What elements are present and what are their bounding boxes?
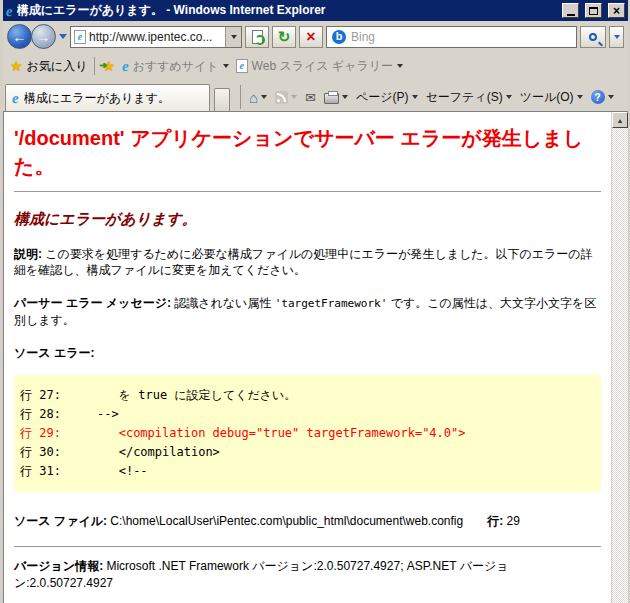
mail-icon: ✉	[305, 91, 316, 104]
compatibility-view-icon	[252, 30, 263, 44]
address-bar[interactable]: e http://www.ipentec.co...	[70, 26, 242, 48]
window-title: 構成にエラーがあります。 - Windows Internet Explorer	[17, 2, 556, 19]
search-icon	[589, 33, 597, 41]
title-bar: e 構成にエラーがあります。 - Windows Internet Explor…	[3, 0, 628, 21]
bing-icon: b	[332, 30, 346, 44]
web-slice-gallery-label: Web スライス ギャラリー	[252, 58, 393, 75]
stop-icon: ×	[306, 29, 315, 45]
add-favorites-icon: ★➜	[102, 59, 115, 73]
maximize-button[interactable]	[585, 3, 602, 18]
code-line: 行 31: <!--	[20, 464, 148, 478]
source-code: 行 27: を true に設定してください。 行 28: --> 行 29: …	[20, 386, 595, 481]
ie-logo-icon: e	[12, 91, 19, 105]
favorites-bar: ★ お気に入り ★➜ e おすすめサイト e Web スライス ギャラリー	[3, 52, 628, 80]
divider	[14, 546, 601, 547]
ie-page-icon: e	[236, 59, 248, 73]
content-area: '/document' アプリケーションでサーバー エラーが発生しました。 構成…	[3, 111, 628, 603]
vertical-scrollbar[interactable]: ▲	[611, 112, 628, 603]
code-line: 行 28: -->	[20, 407, 119, 421]
parser-error-text-before: 認識されない属性	[171, 296, 275, 310]
description-label: 説明:	[14, 247, 42, 261]
parser-error-attribute: 'targetFramework'	[275, 297, 388, 310]
favorites-button[interactable]: ★ お気に入り	[10, 58, 87, 75]
navigation-bar: ← → e http://www.ipentec.co... ↻ × b Bin…	[3, 21, 628, 52]
command-bar: ⌂ ✉ ページ(P) セーフティ(S) ツ	[240, 85, 614, 109]
close-icon: ×	[613, 5, 620, 17]
rss-feed-icon	[275, 91, 288, 104]
tools-menu-label: ツール(O)	[520, 89, 574, 106]
printer-icon	[324, 93, 339, 104]
print-button[interactable]	[324, 90, 348, 104]
version-info-line: バージョン情報: Microsoft .NET Framework バージョン:…	[14, 558, 601, 592]
scroll-up-icon: ▲	[617, 117, 624, 124]
tab-active[interactable]: e 構成にエラーがあります。	[5, 84, 210, 111]
feeds-button[interactable]	[275, 91, 297, 104]
search-input[interactable]: b Bing	[326, 26, 577, 48]
minimize-button[interactable]	[562, 3, 579, 18]
tools-menu-button[interactable]: ツール(O)	[520, 89, 583, 106]
divider	[94, 57, 95, 75]
chevron-down-icon	[261, 95, 267, 99]
source-file-line: ソース ファイル: C:\home\LocalUser\iPentec.com\…	[14, 513, 601, 530]
compatibility-view-button[interactable]	[245, 26, 269, 48]
suggested-sites-button[interactable]: e おすすめサイト	[122, 58, 229, 75]
help-icon: ?	[591, 90, 605, 104]
source-error-label: ソース エラー:	[14, 346, 94, 360]
parser-error-label: パーサー エラー メッセージ:	[14, 296, 171, 310]
favorites-star-icon: ★	[10, 59, 23, 73]
chevron-down-icon	[342, 95, 348, 99]
web-slice-gallery-button[interactable]: e Web スライス ギャラリー	[236, 58, 403, 75]
recent-pages-dropdown[interactable]	[59, 34, 67, 39]
version-info-label: バージョン情報:	[14, 559, 103, 573]
forward-button[interactable]: →	[31, 24, 56, 49]
chevron-down-icon	[506, 95, 512, 99]
new-tab-button[interactable]	[214, 88, 230, 111]
green-arrow-icon: ➜	[99, 61, 107, 70]
error-page-title: '/document' アプリケーションでサーバー エラーが発生しました。	[14, 124, 601, 180]
code-line-highlighted: 行 29: <compilation debug="true" targetFr…	[20, 426, 465, 440]
browser-window: e 構成にエラーがあります。 - Windows Internet Explor…	[0, 0, 630, 603]
home-icon: ⌂	[249, 90, 258, 105]
chevron-down-icon	[412, 95, 418, 99]
close-button[interactable]: ×	[608, 3, 625, 18]
chevron-down-icon	[614, 35, 620, 39]
refresh-icon: ↻	[278, 29, 291, 44]
parser-error-paragraph: パーサー エラー メッセージ: 認識されない属性 'targetFramewor…	[14, 295, 601, 328]
stop-button[interactable]: ×	[299, 26, 323, 48]
code-line: 行 27: を true に設定してください。	[20, 388, 296, 402]
scroll-up-button[interactable]: ▲	[612, 112, 628, 128]
read-mail-button[interactable]: ✉	[305, 91, 316, 104]
suggested-sites-label: おすすめサイト	[133, 58, 219, 75]
chevron-down-icon	[223, 64, 229, 68]
maximize-icon	[589, 7, 598, 15]
address-url: http://www.ipentec.co...	[89, 30, 222, 44]
page-menu-button[interactable]: ページ(P)	[356, 89, 418, 106]
code-line: 行 30: </compilation>	[20, 445, 220, 459]
favorites-label: お気に入り	[27, 58, 88, 75]
error-page: '/document' アプリケーションでサーバー エラーが発生しました。 構成…	[4, 112, 611, 603]
address-dropdown-button[interactable]	[225, 27, 241, 47]
source-error-paragraph: ソース エラー:	[14, 345, 601, 361]
line-number: 29	[507, 514, 520, 528]
error-subtitle: 構成にエラーがあります。	[14, 210, 601, 229]
refresh-button[interactable]: ↻	[272, 26, 296, 48]
safety-menu-label: セーフティ(S)	[426, 89, 503, 106]
source-file-label: ソース ファイル:	[14, 514, 107, 528]
back-button[interactable]: ←	[7, 24, 32, 49]
help-menu-button[interactable]: ?	[591, 90, 614, 104]
divider	[14, 191, 601, 192]
tab-bar: e 構成にエラーがあります。 ⌂ ✉ ページ(P)	[3, 80, 628, 111]
page-icon: e	[74, 30, 86, 44]
description-paragraph: 説明: この要求を処理するために必要な構成ファイルの処理中にエラーが発生しました…	[14, 246, 601, 278]
search-options-dropdown[interactable]	[609, 26, 624, 48]
add-to-favorites-bar-button[interactable]: ★➜	[102, 59, 115, 73]
tab-title: 構成にエラーがあります。	[24, 90, 170, 107]
chevron-down-icon	[577, 95, 583, 99]
search-button[interactable]	[580, 26, 606, 48]
scrollbar-track[interactable]	[612, 128, 628, 603]
ie-logo-icon: e	[122, 59, 129, 73]
description-text: この要求を処理するために必要な構成ファイルの処理中にエラーが発生しました。以下の…	[14, 247, 593, 277]
chevron-down-icon	[397, 64, 403, 68]
safety-menu-button[interactable]: セーフティ(S)	[426, 89, 512, 106]
home-button[interactable]: ⌂	[249, 90, 267, 105]
